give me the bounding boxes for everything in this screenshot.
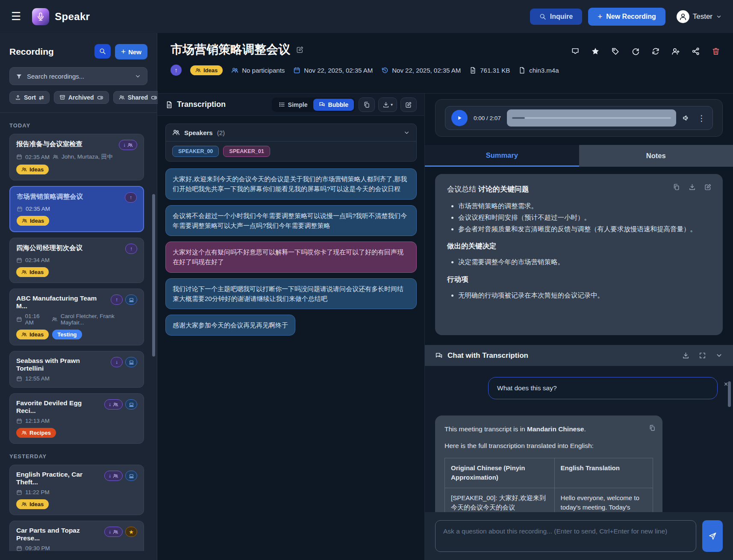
user-menu[interactable]: Tester [677,10,722,23]
refresh-icon[interactable] [631,47,640,56]
play-button[interactable] [451,110,468,126]
sidebar-scrollbar[interactable] [152,194,155,357]
calendar-icon [16,489,22,495]
tag-badge[interactable]: Ideas [16,267,49,277]
sidebar-search-button[interactable] [94,44,111,59]
tag-badge[interactable]: Ideas [16,499,49,509]
upload-pill[interactable]: ↑ [111,295,123,305]
bubble-view-button[interactable]: Bubble [313,99,354,111]
tag-badge[interactable]: Ideas [16,165,49,174]
sync-icon[interactable] [651,47,660,56]
audio-player-card: 0:00 / 2:07 ⋮ [435,99,723,137]
star-icon[interactable] [591,47,600,56]
sidebar-title: Recording [9,47,54,57]
chevron-down-icon [135,73,141,80]
transcript-bubble[interactable]: 会议将不会超过一个小时我们今年需要调整策略可以说慢一点吗?我听不清楚我们今年需要… [165,205,417,236]
laptop-pill[interactable] [125,471,137,481]
expand-icon[interactable] [699,352,706,359]
download-people-pill[interactable]: ↓ [119,140,137,150]
tag-badge[interactable]: Ideas [16,330,49,339]
doc-icon [165,101,173,109]
volume-icon[interactable] [682,114,690,122]
download-icon[interactable] [682,352,689,359]
copy-icon[interactable] [673,183,680,191]
menu-icon[interactable]: ☰ [11,10,21,23]
tag-icon[interactable] [611,47,620,56]
chevron-down-icon[interactable] [715,352,723,359]
laptop-icon [129,360,134,365]
tab-notes[interactable]: Notes [579,145,733,167]
sort-button[interactable]: Sort⇄ [9,91,50,104]
upload-pill[interactable]: ↑ [125,192,137,203]
view-toggle: Simple Bubble [272,97,355,112]
speakr-logo[interactable] [32,8,49,25]
speakers-header[interactable]: Speakers (2) [166,124,416,141]
download-pill[interactable]: ↓ [111,357,123,367]
laptop-pill[interactable] [125,399,137,410]
tag-badge[interactable]: Testing [52,330,82,339]
download-transcription-button[interactable]: ▾ [378,97,397,112]
trash-icon[interactable] [712,47,720,56]
inbox-icon[interactable] [571,47,580,56]
download-people-pill[interactable]: ↓ [104,399,123,410]
created-date: Nov 22, 2025, 02:35 AM [304,67,373,74]
download-people-pill[interactable]: ↓ [104,527,123,537]
star-pill[interactable]: ★ [125,527,137,537]
edit-icon[interactable] [704,183,712,191]
copy-transcription-button[interactable] [359,97,375,112]
simple-view-button[interactable]: Simple [273,99,313,111]
speaker-chip-01[interactable]: SPEAKER_01 [223,146,270,157]
download-people-pill[interactable]: ↓ [104,471,123,481]
tag-badge[interactable]: Recipes [16,428,56,438]
send-button[interactable] [702,520,723,552]
laptop-pill[interactable] [125,295,137,305]
transcript-bubble[interactable]: 感谢大家参加今天的会议再见再见啊终于 [165,315,295,336]
recording-card-title: Favorite Deviled Egg Reci... [16,399,104,415]
close-icon[interactable]: × [724,380,728,388]
share-icon[interactable] [692,47,700,56]
inquire-button[interactable]: Inquire [530,9,582,25]
chevron-down-icon [403,130,410,136]
modified-date: Nov 22, 2025, 02:35 AM [392,67,461,74]
tag-badge[interactable]: Ideas [17,216,49,226]
chat-scrollbar[interactable] [728,381,731,407]
edit-title-icon[interactable] [296,46,304,53]
recording-card[interactable]: 报告准备与会议室检查 ↓ 02:35 AM John, Murtaza, 田中 … [9,134,144,180]
recording-time: 12:13 AM [25,418,50,424]
recording-card-selected[interactable]: 市场营销策略调整会议 ↑ 02:35 AM Ideas [9,186,144,232]
upload-pill[interactable]: ↑ [125,244,137,254]
recording-participants: John, Murtaza, 田中 [62,153,113,161]
transcript-bubble[interactable]: 大家对这个点有疑问吗不好意思可以解释一下吗哎你卡了现在可以了好的有回声现在好了吗… [165,242,417,273]
upload-status-icon[interactable]: ↑ [171,65,182,76]
search-recordings-dropdown[interactable]: Search recordings... [9,67,147,85]
seek-bar[interactable] [507,109,676,127]
speaker-chip-00[interactable]: SPEAKER_00 [172,146,219,157]
list-item: 参会者对音频质量和发言清晰度的反馈与调整（有人要求放慢语速和提高音量）。 [458,223,711,235]
kebab-menu-icon[interactable]: ⋮ [696,113,707,123]
laptop-pill[interactable] [125,357,137,367]
edit-transcription-button[interactable] [400,97,417,112]
shared-toggle[interactable]: Shared [113,91,163,104]
recording-card[interactable]: 四海公司经理初次会议 ↑ 02:34 AM Ideas [9,238,144,283]
translation-table: Original Chinese (Pinyin Approximation) … [445,458,653,513]
recording-card[interactable]: Car Parts and Topaz Prese... ↓ ★ 09:30 P… [9,521,144,551]
tag-badge[interactable]: Ideas [190,65,223,75]
recording-card[interactable]: Seabass with Prawn Tortellini ↓ 12:55 AM [9,351,144,388]
archived-toggle[interactable]: Archived [54,91,109,104]
recording-card[interactable]: English Practice, Car Theft... ↓ 11:22 P… [9,465,144,515]
copy-icon[interactable] [649,422,656,432]
transcript-bubble[interactable]: 大家好,欢迎来到今天的会议今天的会议是关于我们的市场营销策略人都到齐了,那我们开… [165,168,417,200]
transcript-bubble[interactable]: 我们讨论下一个主题吧嗯我可以打断你一下吗没问题请说请问会议还有多长时间结束大概需… [165,278,417,309]
chat-input[interactable] [435,520,696,552]
recording-card[interactable]: Favorite Deviled Egg Reci... ↓ 12:13 AM … [9,393,144,444]
tab-summary[interactable]: Summary [425,145,579,167]
seek-elapsed [512,117,525,119]
download-icon[interactable] [689,183,696,191]
laptop-icon [129,473,134,479]
file-icon [518,67,526,74]
new-recording-button[interactable]: + New Recording [588,8,665,26]
recording-card[interactable]: ABC Manufacturing Team M... ↑ 01:16 AM C… [9,289,144,345]
user-plus-icon[interactable] [671,47,680,56]
table-header: English Translation [554,458,653,488]
sidebar-new-button[interactable]: +New [115,44,147,59]
